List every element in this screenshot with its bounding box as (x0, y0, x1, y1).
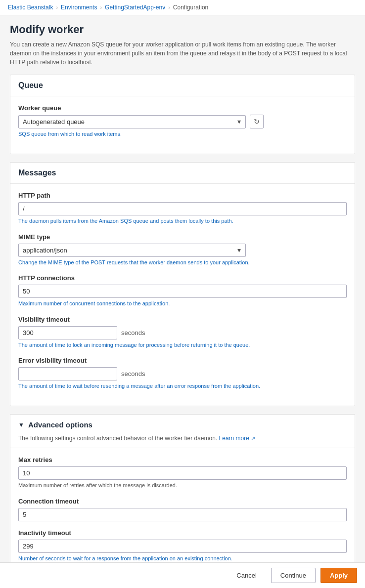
refresh-queue-button[interactable]: ↻ (250, 115, 264, 128)
visibility-timeout-input[interactable] (18, 326, 117, 339)
breadcrumb-sep-2: › (100, 4, 102, 10)
continue-button[interactable]: Continue (271, 568, 316, 583)
advanced-toggle-arrow: ▼ (18, 421, 24, 428)
http-path-label: HTTP path (18, 192, 347, 199)
worker-queue-select-wrapper: Autogenerated queue (18, 115, 246, 128)
worker-queue-select[interactable]: Autogenerated queue (18, 115, 246, 128)
queue-section-header: Queue (10, 75, 355, 96)
http-path-group: HTTP path The daemon pulls items from th… (18, 192, 347, 225)
error-visibility-timeout-input[interactable] (18, 367, 117, 380)
learn-more-link[interactable]: Learn more ↗ (219, 435, 256, 442)
inactivity-timeout-label: Inactivity timeout (18, 529, 347, 537)
http-path-input[interactable] (18, 202, 347, 215)
connection-timeout-group: Connection timeout (18, 498, 347, 521)
footer-bar: Cancel Continue Apply (0, 562, 365, 588)
error-visibility-timeout-help: The amount of time to wait before resend… (18, 382, 347, 390)
messages-section-header: Messages (10, 163, 355, 184)
mime-type-select-wrapper: application/json application/x-www-form-… (18, 244, 246, 257)
advanced-section-header[interactable]: ▼ Advanced options (10, 415, 355, 435)
http-connections-input[interactable] (18, 285, 347, 298)
worker-queue-label: Worker queue (18, 104, 347, 112)
cancel-button[interactable]: Cancel (227, 568, 266, 583)
max-retries-group: Max retries Maximum number of retries af… (18, 456, 347, 489)
max-retries-input[interactable] (18, 466, 347, 480)
mime-type-help: Change the MIME type of the POST request… (18, 259, 347, 266)
inactivity-timeout-help: Number of seconds to wait for a response… (18, 555, 347, 562)
http-path-help: The daemon pulls items from the Amazon S… (18, 217, 347, 225)
visibility-timeout-suffix: seconds (121, 329, 145, 336)
breadcrumb-current: Configuration (173, 4, 208, 11)
breadcrumb: Elastic Beanstalk › Environments › Getti… (0, 0, 365, 15)
max-retries-label: Max retries (18, 456, 347, 463)
connection-timeout-label: Connection timeout (18, 498, 347, 505)
breadcrumb-sep-1: › (56, 4, 58, 10)
http-connections-group: HTTP connections Maximum number of concu… (18, 274, 347, 307)
worker-queue-group: Worker queue Autogenerated queue ↻ SQS q… (18, 104, 347, 138)
page-title: Modify worker (10, 23, 355, 36)
http-connections-label: HTTP connections (18, 274, 347, 282)
advanced-section-title: Advanced options (28, 420, 92, 429)
inactivity-timeout-group: Inactivity timeout Number of seconds to … (18, 529, 347, 562)
apply-button[interactable]: Apply (320, 568, 357, 583)
error-visibility-timeout-label: Error visibility timeout (18, 357, 347, 364)
breadcrumb-app-env[interactable]: GettingStartedApp-env (105, 4, 165, 11)
breadcrumb-sep-3: › (168, 4, 170, 10)
mime-type-group: MIME type application/json application/x… (18, 233, 347, 266)
inactivity-timeout-input[interactable] (18, 540, 347, 553)
error-visibility-timeout-group: Error visibility timeout seconds The amo… (18, 357, 347, 390)
external-link-icon: ↗ (251, 435, 255, 441)
advanced-section-description: The following settings control advanced … (10, 435, 355, 448)
mime-type-select[interactable]: application/json application/x-www-form-… (18, 244, 246, 257)
queue-section: Queue Worker queue Autogenerated queue ↻… (10, 75, 355, 154)
visibility-timeout-group: Visibility timeout seconds The amount of… (18, 316, 347, 349)
worker-queue-help: SQS queue from which to read work items. (18, 130, 347, 138)
breadcrumb-environments[interactable]: Environments (61, 4, 97, 11)
http-connections-help: Maximum number of concurrent connections… (18, 300, 347, 307)
visibility-timeout-label: Visibility timeout (18, 316, 347, 323)
breadcrumb-elastic-beanstalk[interactable]: Elastic Beanstalk (8, 4, 53, 11)
page-description: You can create a new Amazon SQS queue fo… (10, 40, 355, 67)
error-visibility-timeout-suffix: seconds (121, 370, 145, 378)
max-retries-help: Maximum number of retries after which th… (18, 482, 347, 489)
connection-timeout-input[interactable] (18, 508, 347, 521)
messages-section: Messages HTTP path The daemon pulls item… (10, 162, 355, 406)
mime-type-label: MIME type (18, 233, 347, 241)
visibility-timeout-help: The amount of time to lock an incoming m… (18, 341, 347, 349)
